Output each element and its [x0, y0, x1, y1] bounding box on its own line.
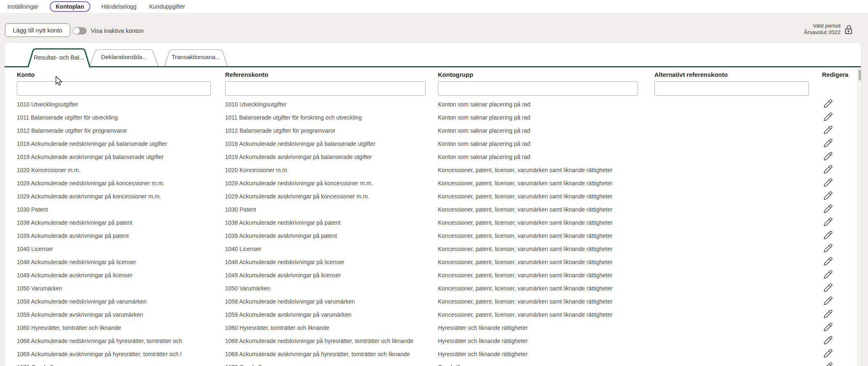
edit-pencil-icon[interactable] [823, 335, 833, 346]
cell-konto: 1070 Goodwill [17, 364, 225, 366]
cell-konto: 1069 Ackumulerade avskrivningar på hyres… [17, 351, 225, 357]
edit-pencil-icon[interactable] [823, 309, 833, 320]
cell-redigera [822, 348, 861, 360]
edit-pencil-icon[interactable] [823, 138, 833, 149]
cell-konto: 1029 Ackumulerade avskrivningar på konce… [17, 193, 225, 200]
column-header-alternativt-referenskonto: Alternativt referenskonto [654, 71, 822, 78]
cell-kontogrupp: Koncessioner, patent, licenser, varumärk… [438, 167, 654, 173]
cell-konto: 1012 Balanserade utgifter för programvar… [17, 127, 225, 134]
period-value: Årsavslut 2022 [804, 29, 840, 36]
scrollbar-thumb[interactable] [859, 70, 861, 81]
edit-pencil-icon[interactable] [823, 204, 833, 214]
show-inactive-toggle[interactable] [73, 27, 87, 35]
tab-label: Transaktionsana... [172, 54, 221, 61]
cell-redigera [822, 243, 861, 255]
cell-kontogrupp: Koncessioner, patent, licenser, varumärk… [438, 259, 654, 265]
cell-redigera [822, 283, 861, 294]
cell-referenskonto: 1028 Ackumulerade nedskrivningar på konc… [225, 180, 438, 186]
cell-referenskonto: 1029 Ackumulerade avskrivningar på konce… [225, 193, 438, 200]
column-header-kontogrupp: Kontogrupp [438, 71, 654, 78]
konto-filter-input[interactable] [17, 81, 211, 96]
table-row: 1068 Ackumulerade nedskrivningar på hyre… [5, 334, 861, 348]
cell-redigera [822, 335, 861, 347]
edit-pencil-icon[interactable] [823, 125, 833, 136]
kontogrupp-filter-input[interactable] [438, 81, 638, 96]
nav-item-installningar[interactable]: Inställningar [6, 1, 40, 12]
cell-referenskonto: 1020 Koncessioner m.m [225, 167, 438, 173]
vertical-scrollbar[interactable] [857, 67, 861, 366]
edit-pencil-icon[interactable] [823, 112, 833, 122]
cell-redigera [822, 204, 861, 215]
cell-konto: 1010 Utvecklingsutgifter [17, 101, 225, 108]
edit-pencil-icon[interactable] [823, 99, 833, 109]
cell-konto: 1011 Balanserade utgifter för utveckling [17, 114, 225, 121]
cell-kontogrupp: Hyresrätter och liknande rättigheter [438, 351, 654, 357]
edit-pencil-icon[interactable] [823, 230, 833, 241]
table-row: 1059 Ackumulerade avskrivningar på varum… [5, 308, 861, 321]
edit-pencil-icon[interactable] [823, 191, 833, 201]
cell-redigera [822, 151, 861, 163]
table-row: 1029 Ackumulerade avskrivningar på konce… [5, 190, 861, 203]
cell-redigera [822, 177, 861, 189]
top-navigation: Inställningar Kontoplan Händelselogg Kun… [0, 0, 868, 13]
nav-item-kunduppgifter[interactable]: Kunduppgifter [147, 1, 186, 12]
cell-referenskonto: 1059 Ackumulerade avskrivningar på varum… [225, 311, 438, 318]
tab-label: Deklarationsbla... [101, 54, 147, 61]
show-inactive-label: Visa inaktiva konton [91, 28, 144, 34]
cell-kontogrupp: Koncessioner, patent, licenser, varumärk… [438, 298, 654, 305]
cell-kontogrupp: Koncessioner, patent, licenser, varumärk… [438, 272, 654, 279]
cell-referenskonto: 1038 Ackumulerade nedskrivningar på pate… [225, 219, 438, 226]
tab-resultat-och-balans[interactable]: Resultat- och Bal... [27, 48, 91, 67]
cell-redigera [822, 256, 861, 268]
edit-pencil-icon[interactable] [823, 256, 833, 267]
edit-pencil-icon[interactable] [823, 243, 833, 254]
edit-pencil-icon[interactable] [823, 177, 833, 188]
tab-transaktionsanalys[interactable]: Transaktionsana... [163, 49, 228, 66]
table-row: 1019 Ackumulerade avskrivningar på balan… [5, 150, 861, 163]
table-row: 1058 Ackumulerade nedskrivningar på varu… [5, 295, 861, 308]
cell-redigera [822, 164, 861, 176]
table-body: 1010 Utvecklingsutgifter 1010 Utveckling… [5, 98, 861, 366]
tab-label: Resultat- och Bal... [34, 54, 84, 62]
table-row: 1049 Ackumulerade avskrivningar på licen… [5, 269, 861, 282]
cell-referenskonto: 1058 Ackumulerade nedskrivningar på varu… [225, 298, 438, 305]
cell-kontogrupp: Koncessioner, patent, licenser, varumärk… [438, 206, 654, 213]
edit-pencil-icon[interactable] [823, 151, 833, 162]
nav-item-handelselogg[interactable]: Händelselogg [100, 1, 138, 12]
cell-kontogrupp: Koncessioner, patent, licenser, varumärk… [438, 180, 654, 186]
edit-pencil-icon[interactable] [823, 348, 833, 359]
edit-pencil-icon[interactable] [823, 217, 833, 228]
edit-pencil-icon[interactable] [823, 361, 833, 366]
add-account-button[interactable]: Lägg till nytt konto [5, 23, 70, 37]
cell-referenskonto: 1060 Hyresrätter, tomträtter och liknand… [225, 325, 438, 331]
table-row: 1070 Goodwill 1070 Goodwill Goodwill [5, 361, 861, 366]
filter-row [5, 81, 861, 96]
table-header: Konto Referenskonto Kontogrupp Alternati… [5, 71, 861, 78]
edit-pencil-icon[interactable] [823, 296, 833, 306]
cell-konto: 1068 Ackumulerade nedskrivningar på hyre… [17, 338, 225, 344]
edit-pencil-icon[interactable] [823, 269, 833, 280]
cell-konto: 1039 Ackumulerade avskrivningar på paten… [17, 232, 225, 239]
edit-pencil-icon[interactable] [823, 164, 833, 175]
table-row: 1048 Ackumulerade nedskrivningar på lice… [5, 256, 861, 269]
cell-referenskonto: 1070 Goodwill [225, 364, 438, 366]
cell-referenskonto: 1049 Ackumulerade avskrivningar på licen… [225, 272, 438, 279]
cell-konto: 1048 Ackumulerade nedskrivningar på lice… [17, 259, 225, 265]
cell-redigera [822, 296, 861, 307]
cell-kontogrupp: Koncessioner, patent, licenser, varumärk… [438, 311, 654, 318]
column-header-redigera: Redigera [822, 71, 861, 78]
cell-konto: 1058 Ackumulerade nedskrivningar på varu… [17, 298, 225, 305]
unlocked-padlock-icon[interactable] [843, 24, 854, 35]
referenskonto-filter-input[interactable] [225, 81, 426, 96]
edit-pencil-icon[interactable] [823, 283, 833, 293]
alternativt-referenskonto-filter-input[interactable] [654, 81, 809, 96]
tab-deklarationsblanketter[interactable]: Deklarationsbla... [89, 49, 159, 66]
cell-referenskonto: 1050 Varumärken [225, 285, 438, 292]
edit-pencil-icon[interactable] [823, 322, 833, 333]
cell-kontogrupp: Konton som saknar placering på rad [438, 154, 654, 160]
selected-period: Vald period Årsavslut 2022 [804, 23, 840, 36]
cell-redigera [822, 191, 861, 202]
nav-item-kontoplan[interactable]: Kontoplan [50, 1, 90, 12]
cell-kontogrupp: Hyresrätter och liknande rättigheter [438, 338, 654, 344]
cell-kontogrupp: Konton som saknar placering på rad [438, 114, 654, 121]
